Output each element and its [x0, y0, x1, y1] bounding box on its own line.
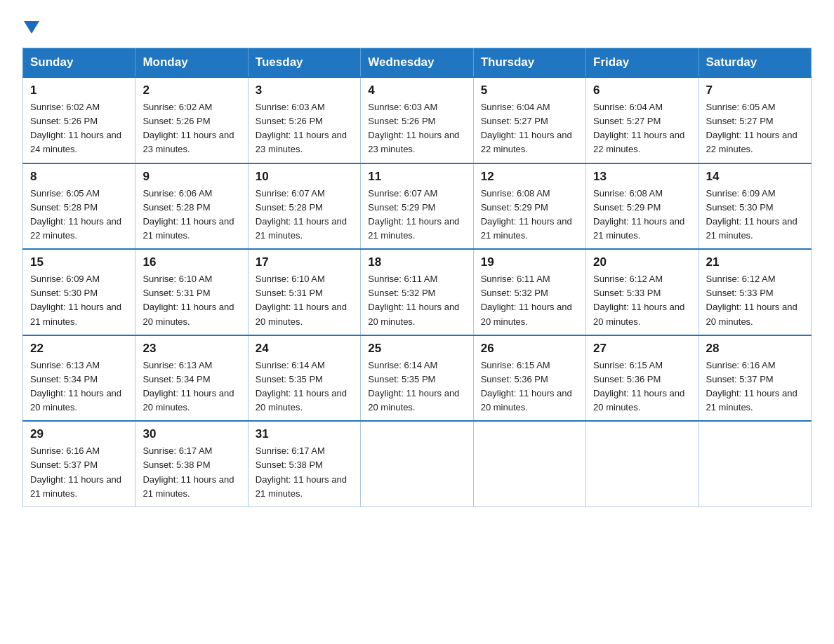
calendar-cell: 15Sunrise: 6:09 AMSunset: 5:30 PMDayligh…: [23, 249, 135, 335]
day-number: 9: [143, 170, 240, 184]
day-info: Sunrise: 6:09 AMSunset: 5:30 PMDaylight:…: [30, 272, 128, 329]
day-info: Sunrise: 6:08 AMSunset: 5:29 PMDaylight:…: [481, 187, 578, 243]
day-info: Sunrise: 6:11 AMSunset: 5:32 PMDaylight:…: [368, 272, 465, 329]
day-number: 1: [30, 83, 128, 98]
calendar-table: SundayMondayTuesdayWednesdayThursdayFrid…: [22, 48, 812, 507]
day-number: 24: [256, 342, 353, 356]
day-number: 28: [706, 342, 804, 356]
day-number: 13: [593, 170, 691, 184]
logo: [22, 20, 39, 36]
day-info: Sunrise: 6:13 AMSunset: 5:34 PMDaylight:…: [30, 358, 128, 415]
calendar-cell: 7Sunrise: 6:05 AMSunset: 5:27 PMDaylight…: [699, 77, 811, 163]
day-number: 4: [368, 83, 465, 98]
day-number: 10: [256, 170, 353, 184]
calendar-cell: 6Sunrise: 6:04 AMSunset: 5:27 PMDaylight…: [586, 77, 699, 163]
calendar-week-row-1: 1Sunrise: 6:02 AMSunset: 5:26 PMDaylight…: [23, 77, 812, 163]
day-info: Sunrise: 6:14 AMSunset: 5:35 PMDaylight:…: [256, 358, 353, 415]
calendar-cell: 9Sunrise: 6:06 AMSunset: 5:28 PMDaylight…: [135, 163, 248, 250]
day-number: 3: [256, 83, 353, 98]
day-info: Sunrise: 6:12 AMSunset: 5:33 PMDaylight:…: [593, 272, 691, 329]
day-number: 31: [256, 427, 353, 441]
calendar-header-saturday: Saturday: [699, 48, 811, 78]
day-info: Sunrise: 6:02 AMSunset: 5:26 PMDaylight:…: [143, 100, 240, 157]
calendar-cell: 31Sunrise: 6:17 AMSunset: 5:38 PMDayligh…: [248, 421, 360, 507]
calendar-header-sunday: Sunday: [23, 48, 135, 78]
svg-marker-0: [24, 21, 39, 34]
day-info: Sunrise: 6:08 AMSunset: 5:29 PMDaylight:…: [593, 187, 691, 243]
day-info: Sunrise: 6:17 AMSunset: 5:38 PMDaylight:…: [256, 444, 353, 501]
calendar-cell: [473, 421, 585, 507]
logo-triangle-icon: [24, 21, 39, 36]
calendar-cell: 28Sunrise: 6:16 AMSunset: 5:37 PMDayligh…: [699, 335, 811, 422]
calendar-cell: 12Sunrise: 6:08 AMSunset: 5:29 PMDayligh…: [473, 163, 585, 250]
calendar-header-wednesday: Wednesday: [361, 48, 473, 78]
day-info: Sunrise: 6:02 AMSunset: 5:26 PMDaylight:…: [30, 100, 128, 157]
calendar-header-friday: Friday: [586, 48, 699, 78]
calendar-cell: 16Sunrise: 6:10 AMSunset: 5:31 PMDayligh…: [135, 249, 248, 335]
calendar-cell: 21Sunrise: 6:12 AMSunset: 5:33 PMDayligh…: [699, 249, 811, 335]
calendar-header-thursday: Thursday: [473, 48, 585, 78]
day-info: Sunrise: 6:16 AMSunset: 5:37 PMDaylight:…: [706, 358, 804, 415]
day-number: 26: [481, 342, 578, 356]
calendar-cell: 3Sunrise: 6:03 AMSunset: 5:26 PMDaylight…: [248, 77, 360, 163]
calendar-cell: 23Sunrise: 6:13 AMSunset: 5:34 PMDayligh…: [135, 335, 248, 422]
day-number: 16: [143, 255, 240, 269]
calendar-cell: 30Sunrise: 6:17 AMSunset: 5:38 PMDayligh…: [135, 421, 248, 507]
day-number: 29: [30, 427, 128, 441]
day-number: 23: [143, 342, 240, 356]
calendar-cell: 29Sunrise: 6:16 AMSunset: 5:37 PMDayligh…: [23, 421, 135, 507]
day-info: Sunrise: 6:10 AMSunset: 5:31 PMDaylight:…: [256, 272, 353, 329]
calendar-header-tuesday: Tuesday: [248, 48, 360, 78]
day-info: Sunrise: 6:10 AMSunset: 5:31 PMDaylight:…: [143, 272, 240, 329]
day-number: 27: [593, 342, 691, 356]
day-number: 19: [481, 255, 578, 269]
day-number: 21: [706, 255, 804, 269]
day-number: 11: [368, 170, 465, 184]
calendar-cell: 2Sunrise: 6:02 AMSunset: 5:26 PMDaylight…: [135, 77, 248, 163]
calendar-week-row-3: 15Sunrise: 6:09 AMSunset: 5:30 PMDayligh…: [23, 249, 812, 335]
calendar-cell: 25Sunrise: 6:14 AMSunset: 5:35 PMDayligh…: [361, 335, 473, 422]
day-number: 6: [593, 83, 691, 98]
day-number: 5: [481, 83, 578, 98]
day-info: Sunrise: 6:03 AMSunset: 5:26 PMDaylight:…: [256, 100, 353, 157]
day-info: Sunrise: 6:09 AMSunset: 5:30 PMDaylight:…: [706, 187, 804, 243]
calendar-header-row: SundayMondayTuesdayWednesdayThursdayFrid…: [23, 48, 812, 78]
day-info: Sunrise: 6:07 AMSunset: 5:28 PMDaylight:…: [256, 187, 353, 243]
calendar-cell: [699, 421, 811, 507]
calendar-week-row-5: 29Sunrise: 6:16 AMSunset: 5:37 PMDayligh…: [23, 421, 812, 507]
day-number: 15: [30, 255, 128, 269]
calendar-cell: 17Sunrise: 6:10 AMSunset: 5:31 PMDayligh…: [248, 249, 360, 335]
page-header: [22, 17, 812, 36]
day-info: Sunrise: 6:12 AMSunset: 5:33 PMDaylight:…: [706, 272, 804, 329]
calendar-cell: 4Sunrise: 6:03 AMSunset: 5:26 PMDaylight…: [361, 77, 473, 163]
day-info: Sunrise: 6:03 AMSunset: 5:26 PMDaylight:…: [368, 100, 465, 157]
day-info: Sunrise: 6:15 AMSunset: 5:36 PMDaylight:…: [481, 358, 578, 415]
calendar-header-monday: Monday: [135, 48, 248, 78]
calendar-cell: 14Sunrise: 6:09 AMSunset: 5:30 PMDayligh…: [699, 163, 811, 250]
day-number: 7: [706, 83, 804, 98]
day-number: 25: [368, 342, 465, 356]
day-info: Sunrise: 6:16 AMSunset: 5:37 PMDaylight:…: [30, 444, 128, 501]
day-info: Sunrise: 6:13 AMSunset: 5:34 PMDaylight:…: [143, 358, 240, 415]
day-number: 20: [593, 255, 691, 269]
day-info: Sunrise: 6:11 AMSunset: 5:32 PMDaylight:…: [481, 272, 578, 329]
calendar-cell: 10Sunrise: 6:07 AMSunset: 5:28 PMDayligh…: [248, 163, 360, 250]
day-number: 17: [256, 255, 353, 269]
calendar-cell: 24Sunrise: 6:14 AMSunset: 5:35 PMDayligh…: [248, 335, 360, 422]
day-info: Sunrise: 6:07 AMSunset: 5:29 PMDaylight:…: [368, 187, 465, 243]
day-info: Sunrise: 6:05 AMSunset: 5:27 PMDaylight:…: [706, 100, 804, 157]
calendar-cell: 19Sunrise: 6:11 AMSunset: 5:32 PMDayligh…: [473, 249, 585, 335]
calendar-cell: 1Sunrise: 6:02 AMSunset: 5:26 PMDaylight…: [23, 77, 135, 163]
calendar-cell: 5Sunrise: 6:04 AMSunset: 5:27 PMDaylight…: [473, 77, 585, 163]
day-number: 14: [706, 170, 804, 184]
day-info: Sunrise: 6:04 AMSunset: 5:27 PMDaylight:…: [481, 100, 578, 157]
day-info: Sunrise: 6:04 AMSunset: 5:27 PMDaylight:…: [593, 100, 691, 157]
calendar-cell: 18Sunrise: 6:11 AMSunset: 5:32 PMDayligh…: [361, 249, 473, 335]
calendar-cell: 26Sunrise: 6:15 AMSunset: 5:36 PMDayligh…: [473, 335, 585, 422]
calendar-cell: [586, 421, 699, 507]
calendar-cell: [361, 421, 473, 507]
calendar-cell: 27Sunrise: 6:15 AMSunset: 5:36 PMDayligh…: [586, 335, 699, 422]
day-number: 12: [481, 170, 578, 184]
day-info: Sunrise: 6:15 AMSunset: 5:36 PMDaylight:…: [593, 358, 691, 415]
day-number: 18: [368, 255, 465, 269]
